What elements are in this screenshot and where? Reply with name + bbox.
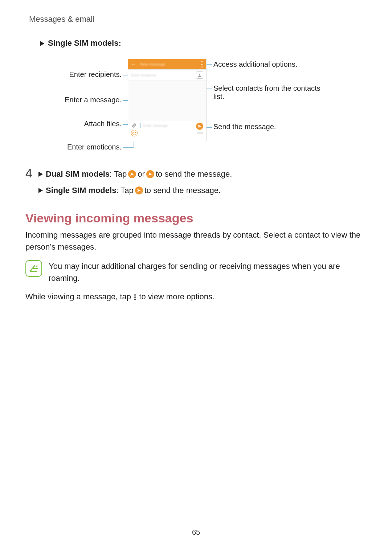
recipients-placeholder[interactable]: Enter recipients — [131, 73, 196, 77]
emoji-row — [128, 130, 206, 139]
incoming-description: Incoming messages are grouped into messa… — [25, 229, 367, 253]
text: While viewing a message, tap — [25, 292, 133, 301]
compose-diagram: Enter recipients. Enter a message. Attac… — [25, 59, 367, 160]
callout-enter-emoticons: Enter emoticons. — [25, 143, 122, 151]
callout-attach-files: Attach files. — [25, 120, 122, 128]
send-icon — [135, 186, 143, 194]
step-number: 4 — [25, 167, 38, 179]
phone-mock: ← New message Enter recipients En — [128, 59, 207, 141]
message-body-area[interactable] — [128, 81, 206, 121]
text: : Tap — [110, 168, 127, 180]
callout-select-contacts: Select contacts from the contacts list. — [213, 84, 322, 101]
single-sim-label: Single SIM models — [48, 38, 118, 48]
svg-text:2: 2 — [151, 174, 152, 176]
callout-access-options: Access additional options. — [213, 60, 297, 69]
triangle-bullet-icon — [40, 41, 44, 46]
note-icon — [25, 260, 42, 277]
attach-icon[interactable] — [131, 123, 137, 128]
text: to send the message. — [144, 184, 221, 197]
svg-point-0 — [199, 74, 200, 75]
more-options-icon — [134, 294, 136, 300]
note-text: You may incur additional charges for sen… — [49, 260, 367, 284]
dual-sim-label: Dual SIM models — [46, 168, 110, 180]
view-more-options-line: While viewing a message, tap to view mor… — [25, 291, 367, 303]
page-number: 65 — [192, 528, 200, 537]
emoticon-icon[interactable] — [131, 130, 138, 136]
callout-enter-recipients: Enter recipients. — [25, 70, 122, 79]
dual-sim-line: Dual SIM models : Tap 1 or 2 to send the… — [38, 168, 367, 180]
connector — [123, 147, 134, 148]
send-sim1-icon: 1 — [128, 170, 136, 178]
step-4: 4 Dual SIM models : Tap 1 or 2 to send t… — [25, 168, 367, 197]
roaming-note: You may incur additional charges for sen… — [25, 260, 367, 284]
callout-send-message: Send the message. — [213, 123, 276, 131]
send-sub-label — [197, 132, 203, 134]
single-sim-heading: Single SIM models: — [40, 38, 367, 48]
back-icon[interactable]: ← — [131, 61, 136, 67]
message-placeholder[interactable]: Enter message — [143, 124, 168, 128]
single-sim-line: Single SIM models : Tap to send the mess… — [38, 184, 367, 197]
triangle-bullet-icon — [38, 188, 43, 193]
manual-page: Messages & email Single SIM models: Ente… — [0, 0, 392, 554]
message-input-row: Enter message — [128, 121, 206, 130]
compose-title: New message — [140, 62, 166, 66]
phone-header: ← New message — [128, 59, 206, 69]
svg-text:1: 1 — [134, 174, 135, 176]
text: to send the message. — [156, 168, 232, 180]
colon: : — [118, 38, 121, 48]
text: : Tap — [116, 184, 133, 197]
more-options-icon[interactable] — [200, 61, 204, 67]
text: or — [138, 168, 145, 180]
breadcrumb: Messages & email — [29, 15, 367, 24]
text: to view more options. — [139, 292, 215, 301]
contacts-icon[interactable] — [196, 71, 203, 79]
text-cursor — [140, 123, 140, 128]
single-sim-label: Single SIM models — [46, 184, 116, 197]
section-heading: Viewing incoming messages — [25, 211, 367, 225]
recipients-row: Enter recipients — [128, 69, 206, 81]
page-corner-mark — [19, 0, 19, 22]
callout-enter-message: Enter a message. — [25, 96, 122, 104]
send-sim2-icon: 2 — [146, 170, 154, 178]
send-icon[interactable] — [196, 123, 203, 130]
triangle-bullet-icon — [38, 172, 43, 177]
